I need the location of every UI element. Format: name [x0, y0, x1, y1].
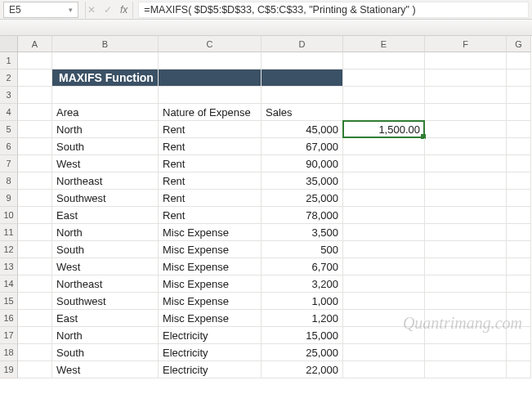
cell[interactable]: Misc Expense [159, 241, 262, 258]
cell[interactable] [425, 69, 507, 87]
cell[interactable]: Southwest [52, 190, 159, 207]
row-header[interactable]: 4 [0, 104, 18, 121]
cell[interactable] [18, 190, 52, 207]
cell[interactable] [343, 190, 425, 207]
col-header-B[interactable]: B [52, 36, 159, 52]
cell[interactable] [18, 172, 52, 190]
cell[interactable] [343, 258, 425, 275]
cell[interactable] [425, 104, 507, 121]
cell[interactable] [343, 172, 425, 190]
cell[interactable]: Electricity [159, 361, 262, 378]
cell[interactable] [343, 344, 425, 361]
cell[interactable] [507, 69, 531, 87]
cell[interactable]: 3,500 [262, 224, 343, 241]
cell[interactable]: Electricity [159, 327, 262, 344]
cell[interactable]: Rent [159, 190, 262, 207]
cell[interactable] [507, 52, 531, 69]
cell[interactable] [18, 310, 52, 327]
row-header[interactable]: 11 [0, 224, 18, 241]
cell[interactable] [425, 190, 507, 207]
cancel-icon[interactable]: ✕ [87, 4, 96, 16]
cell[interactable]: Electricity [159, 344, 262, 361]
cell[interactable] [343, 224, 425, 241]
fx-icon[interactable]: fx [120, 4, 127, 16]
cell[interactable] [159, 87, 262, 104]
cell[interactable] [18, 207, 52, 224]
row-header[interactable]: 19 [0, 361, 18, 378]
cell[interactable] [507, 190, 531, 207]
cell[interactable] [343, 310, 425, 327]
row-header[interactable]: 9 [0, 190, 18, 207]
cell[interactable]: 22,000 [262, 361, 343, 378]
cell[interactable]: 25,000 [262, 344, 343, 361]
cell[interactable] [18, 293, 52, 310]
row-header[interactable]: 1 [0, 52, 18, 69]
cell[interactable] [425, 344, 507, 361]
cell[interactable] [262, 52, 343, 69]
cell[interactable]: 67,000 [262, 138, 343, 155]
cell[interactable] [343, 138, 425, 155]
cell[interactable]: 78,000 [262, 207, 343, 224]
title-cell[interactable]: MAXIFS Function [52, 69, 159, 87]
cell[interactable]: East [52, 310, 159, 327]
cell[interactable]: West [52, 361, 159, 378]
select-all-corner[interactable] [0, 36, 18, 52]
cell[interactable] [18, 361, 52, 378]
cell[interactable]: North [52, 327, 159, 344]
cell[interactable]: North [52, 121, 159, 138]
cell[interactable] [425, 207, 507, 224]
cell[interactable] [425, 172, 507, 190]
cell[interactable]: Rent [159, 155, 262, 172]
cell[interactable]: 1,000 [262, 293, 343, 310]
cell[interactable]: Area [52, 104, 159, 121]
cell[interactable] [18, 258, 52, 275]
cell[interactable] [425, 52, 507, 69]
cell[interactable] [507, 155, 531, 172]
cell[interactable] [425, 275, 507, 293]
cell[interactable] [159, 69, 262, 87]
row-header[interactable]: 13 [0, 258, 18, 275]
cell[interactable]: 15,000 [262, 327, 343, 344]
cell[interactable]: Misc Expense [159, 310, 262, 327]
cell[interactable] [425, 293, 507, 310]
cell[interactable] [507, 293, 531, 310]
selected-cell[interactable]: 1,500.00 [343, 121, 425, 138]
cell[interactable] [18, 224, 52, 241]
cell[interactable] [262, 69, 343, 87]
cell[interactable]: West [52, 258, 159, 275]
cell[interactable]: 6,700 [262, 258, 343, 275]
cell[interactable] [18, 138, 52, 155]
cell[interactable] [18, 52, 52, 69]
cell[interactable] [18, 155, 52, 172]
cell[interactable] [343, 275, 425, 293]
cell[interactable] [507, 327, 531, 344]
row-header[interactable]: 3 [0, 87, 18, 104]
cell[interactable] [18, 275, 52, 293]
cell[interactable]: Misc Expense [159, 293, 262, 310]
cell[interactable] [18, 327, 52, 344]
cell[interactable] [18, 69, 52, 87]
cell[interactable] [507, 172, 531, 190]
cell[interactable] [52, 52, 159, 69]
cell[interactable] [52, 87, 159, 104]
cell[interactable] [507, 241, 531, 258]
cell[interactable]: Misc Expense [159, 258, 262, 275]
cell[interactable] [343, 207, 425, 224]
row-header[interactable]: 2 [0, 69, 18, 87]
col-header-E[interactable]: E [343, 36, 425, 52]
cell[interactable]: Misc Expense [159, 224, 262, 241]
row-header[interactable]: 14 [0, 275, 18, 293]
cell[interactable]: Rent [159, 138, 262, 155]
col-header-A[interactable]: A [18, 36, 52, 52]
name-box-dropdown-icon[interactable]: ▾ [69, 6, 73, 14]
cell[interactable] [425, 361, 507, 378]
cell[interactable]: Rent [159, 172, 262, 190]
cell[interactable] [343, 52, 425, 69]
cell[interactable] [507, 121, 531, 138]
cell[interactable]: Rent [159, 207, 262, 224]
cell[interactable] [425, 241, 507, 258]
cell[interactable]: Nature of Expense [159, 104, 262, 121]
cell[interactable] [425, 310, 507, 327]
cell[interactable] [507, 344, 531, 361]
col-header-C[interactable]: C [159, 36, 262, 52]
